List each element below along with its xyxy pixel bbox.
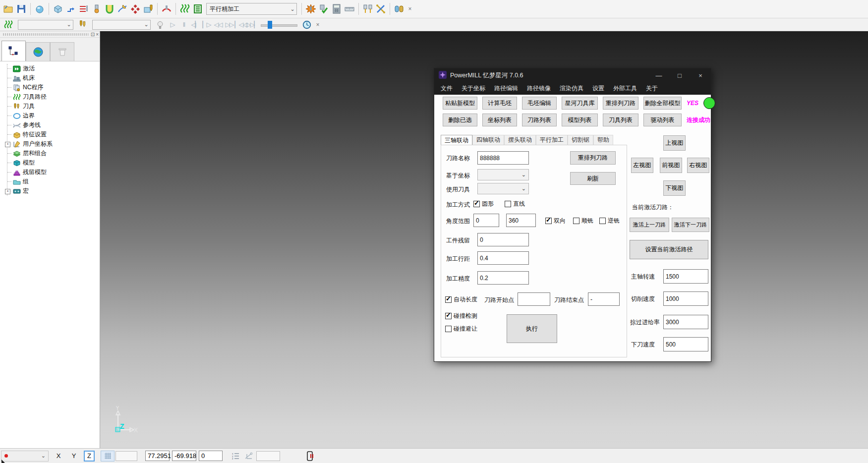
rearrange-button[interactable]: 重排列刀路: [570, 151, 616, 165]
rewind-icon[interactable]: ◁◁: [212, 19, 224, 30]
pause-icon[interactable]: ‖: [178, 19, 189, 30]
step-forward-icon[interactable]: ▏▷: [201, 19, 212, 30]
curve-edit-icon[interactable]: [116, 2, 129, 15]
delete-selected-button[interactable]: 删除已选: [443, 114, 477, 126]
tree-item-workplanes[interactable]: +用户坐标系: [7, 139, 100, 149]
stock-allowance-input[interactable]: [477, 233, 529, 246]
open-project-icon[interactable]: [2, 2, 15, 15]
toolbar-close-icon[interactable]: ×: [405, 4, 414, 13]
marker-combo[interactable]: ⌄: [1, 451, 49, 462]
tree-item-boundaries[interactable]: 边界: [7, 111, 100, 120]
view-left-button[interactable]: 左视图: [631, 158, 653, 173]
menu-path-edit[interactable]: 路径编辑: [490, 82, 522, 94]
toolpath-name-input[interactable]: [477, 151, 529, 165]
sim-toolbar-close-icon[interactable]: ×: [313, 20, 322, 29]
collision-check-checkbox[interactable]: 碰撞检测: [445, 312, 477, 320]
axis-y-button[interactable]: Y: [68, 451, 79, 462]
toolpath-list-button[interactable]: 刀路列表: [522, 114, 557, 126]
block-icon[interactable]: [52, 2, 64, 15]
block-edit-button[interactable]: 毛坯编辑: [522, 97, 557, 110]
pause-phone-icon[interactable]: [304, 450, 317, 463]
tree-item-activate[interactable]: 激活: [7, 64, 100, 73]
view-bottom-button[interactable]: 下视图: [663, 180, 686, 196]
rapid-feed-input[interactable]: [663, 315, 708, 329]
z-levels-icon[interactable]: [77, 2, 90, 15]
tree-item-models[interactable]: 模型: [7, 158, 100, 168]
go-to-start-icon[interactable]: ▏◁◁: [235, 19, 246, 30]
sim-toolpath-combo[interactable]: ⌄: [18, 20, 73, 30]
tree-item-machine[interactable]: 机床: [7, 73, 100, 83]
tab-explorer-tree[interactable]: [1, 41, 26, 61]
path-end-input[interactable]: [588, 292, 620, 306]
tree-item-nc-programs[interactable]: NC程序: [7, 83, 100, 92]
activate-prev-toolpath-button[interactable]: 激活上一刀路: [630, 218, 669, 232]
grid-snap-icon[interactable]: [101, 451, 115, 462]
shaded-view-icon[interactable]: [33, 2, 46, 15]
tab-parallel[interactable]: 平行加工: [536, 135, 568, 145]
tree-item-macros[interactable]: +宏: [7, 186, 100, 196]
close-icon[interactable]: ×: [690, 68, 711, 82]
tree-item-stock-models[interactable]: 残留模型: [7, 168, 100, 177]
coord-list-icon[interactable]: xyz: [230, 450, 242, 463]
expander-plus-icon[interactable]: +: [5, 189, 10, 194]
toolpath-strategy-icon[interactable]: [64, 2, 77, 15]
tree-item-toolpaths[interactable]: 刀具路径: [7, 92, 100, 102]
tab-help[interactable]: 帮助: [593, 135, 613, 145]
tree-item-groups[interactable]: 组: [7, 177, 100, 186]
highlight-bulb-icon[interactable]: [154, 18, 167, 31]
delete-all-models-button[interactable]: 删除全部模型: [643, 97, 682, 110]
locate-point-icon[interactable]: [242, 450, 255, 463]
rearrange-toolpaths-button[interactable]: 重排列刀路: [603, 97, 638, 110]
simulation-speed-slider[interactable]: [260, 20, 298, 30]
view-right-button[interactable]: 右视图: [687, 158, 709, 173]
menu-path-mirror[interactable]: 路径镜像: [522, 82, 555, 94]
grip-handle[interactable]: [3, 33, 89, 36]
tolerance-input[interactable]: [477, 271, 529, 285]
sim-tool-combo[interactable]: ⌄: [92, 20, 151, 30]
menu-external-tools[interactable]: 外部工具: [609, 82, 641, 94]
verify-tool-icon[interactable]: [317, 2, 330, 15]
tab-explorer-trash[interactable]: [50, 42, 74, 61]
leads-links-icon[interactable]: [160, 2, 173, 15]
step-back-icon[interactable]: ◁▏: [189, 19, 201, 30]
plunge-feed-input[interactable]: [663, 337, 708, 351]
tree-item-patterns[interactable]: 参考线: [7, 120, 100, 130]
tree-item-levels-sets[interactable]: 层和组合: [7, 149, 100, 158]
path-start-input[interactable]: [518, 292, 550, 306]
tab-explorer-globe[interactable]: [26, 42, 50, 61]
cutting-feed-input[interactable]: [663, 291, 708, 306]
tab-tilt-head[interactable]: 摆头联动: [504, 135, 536, 145]
panel-close-icon[interactable]: ×: [96, 32, 99, 37]
go-to-end-icon[interactable]: ▷▷▏: [246, 19, 258, 30]
calc-block-button[interactable]: 计算毛坯: [482, 97, 517, 110]
conventional-mill-checkbox[interactable]: 逆铣: [599, 217, 620, 225]
maximize-icon[interactable]: □: [669, 68, 690, 82]
panel-float-icon[interactable]: ⊡: [91, 32, 95, 37]
use-tool-combo[interactable]: ⌄: [477, 183, 529, 194]
view-top-button[interactable]: 上视图: [663, 135, 686, 151]
axis-x-button[interactable]: X: [53, 451, 64, 462]
spindle-speed-input[interactable]: [663, 269, 708, 284]
u-channel-icon[interactable]: [103, 2, 116, 15]
feature-block-icon[interactable]: [142, 2, 155, 15]
slider-handle[interactable]: [268, 21, 272, 29]
machining-strategy-combo[interactable]: 平行精加工 ⌄: [206, 3, 297, 15]
execute-button[interactable]: 执行: [507, 314, 557, 343]
line-mode-checkbox[interactable]: 直线: [505, 200, 525, 208]
play-icon[interactable]: ▷: [167, 19, 178, 30]
coord-list-button[interactable]: 坐标列表: [482, 114, 517, 126]
ruler-icon[interactable]: [343, 2, 356, 15]
climb-mill-checkbox[interactable]: 顺铣: [573, 217, 593, 225]
set-active-path-button[interactable]: 设置当前激活路径: [630, 240, 708, 259]
tree-item-feature-sets[interactable]: 特征设置: [7, 130, 100, 139]
expander-plus-icon[interactable]: +: [5, 142, 10, 147]
fast-forward-icon[interactable]: ▷▷: [224, 19, 235, 30]
circle-mode-checkbox[interactable]: 圆形: [473, 200, 494, 208]
swap-tools-icon[interactable]: [374, 2, 387, 15]
model-list-button[interactable]: 模型列表: [562, 114, 598, 126]
drive-list-button[interactable]: 驱动列表: [643, 114, 682, 126]
tree-item-tools[interactable]: 刀具: [7, 102, 100, 111]
view-front-button[interactable]: 前视图: [660, 158, 682, 173]
minimize-icon[interactable]: —: [648, 68, 669, 82]
tool-library-button[interactable]: 星河刀具库: [562, 97, 598, 110]
